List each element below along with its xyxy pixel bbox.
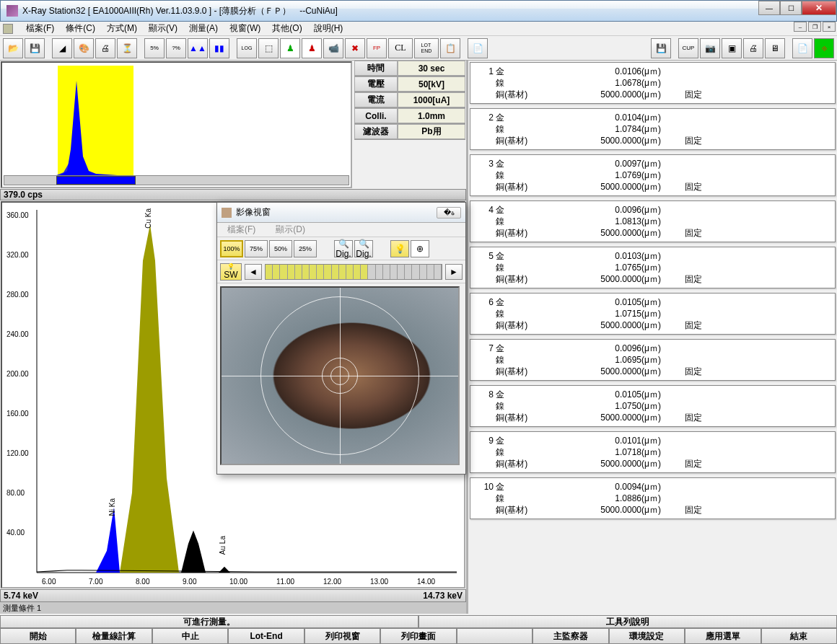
- cam2-icon[interactable]: ▣: [722, 38, 742, 58]
- level-right[interactable]: ►: [445, 264, 463, 280]
- result-box[interactable]: 3 金0.0097(μｍ) 鎳1.0769(μｍ) 銅(基材)5000.0000…: [470, 154, 836, 196]
- brightness-level[interactable]: [265, 264, 442, 280]
- mini-spectrum[interactable]: [1, 61, 352, 188]
- printer1-icon[interactable]: 🖨: [743, 38, 763, 58]
- mdi-restore[interactable]: ❐: [808, 22, 821, 32]
- minimize-button[interactable]: —: [758, 1, 780, 15]
- image-window-title: 影像視窗: [236, 206, 271, 219]
- image-file-menu[interactable]: 檔案(F): [222, 222, 261, 237]
- zoom-25[interactable]: 25%: [294, 240, 317, 257]
- results-panel[interactable]: 1 金0.0106(μｍ) 鎳1.0678(μｍ) 銅(基材)5000.0000…: [468, 61, 837, 614]
- result-fixed: 固定: [685, 273, 714, 285]
- lot-end-btn[interactable]: LOTEND: [414, 38, 439, 58]
- doc2-icon[interactable]: 📄: [792, 38, 812, 58]
- menu-item-5[interactable]: 視窗(W): [224, 21, 266, 36]
- zoom-50[interactable]: 50%: [269, 240, 292, 257]
- camera-view[interactable]: [220, 286, 460, 465]
- maximize-button[interactable]: ☐: [780, 1, 802, 15]
- bottom-btn-10[interactable]: 結束: [761, 628, 837, 644]
- lamp-button[interactable]: 💡: [390, 240, 409, 257]
- main-toolbar: 📂 💾 ◢ 🎨 🖨 ⏳ 5% ?% ▲▲ ▮▮ LOG ⬚ ♟ ♟ 📹 ✖ FP…: [0, 36, 837, 61]
- zoom-100[interactable]: 100%: [220, 240, 243, 257]
- open-icon[interactable]: 📂: [3, 38, 23, 58]
- cal-icon[interactable]: ⬚: [258, 38, 279, 58]
- image-window[interactable]: 影像視窗 �ة 檔案(F) 顯示(D) 100% 75% 50% 25% 🔍Di…: [216, 202, 466, 475]
- close-button[interactable]: ✕: [802, 1, 836, 15]
- log3-icon[interactable]: 📋: [440, 38, 460, 58]
- doc-icon[interactable]: 📄: [468, 38, 488, 58]
- bottom-btn-3[interactable]: Lot-End: [228, 628, 304, 644]
- menu-item-6[interactable]: 其他(O): [266, 21, 307, 36]
- menu-bar: 檔案(F)條件(C)方式(M)顯示(V)測量(A)視窗(W)其他(O)說明(H): [0, 22, 837, 36]
- result-fixed: [685, 400, 714, 412]
- spectrum-icon[interactable]: ▲▲: [188, 38, 208, 58]
- crosshair-button[interactable]: ⊕: [411, 240, 429, 257]
- result-name: 銅(基材): [494, 366, 573, 377]
- person-red-icon[interactable]: ♟: [302, 38, 322, 58]
- sw-button[interactable]: 💡SW: [220, 263, 242, 281]
- dig2-button[interactable]: 🔍Dig.: [354, 240, 373, 257]
- image-display-menu[interactable]: 顯示(D): [270, 222, 311, 237]
- result-line: 銅(基材)5000.0000(μｍ)固定: [476, 135, 829, 146]
- x-tick: 13.00: [370, 578, 388, 586]
- palette-icon[interactable]: 🎨: [74, 38, 94, 58]
- log-icon[interactable]: LOG: [237, 38, 257, 58]
- cl-btn[interactable]: CL: [388, 38, 413, 58]
- menu-item-0[interactable]: 檔案(F): [20, 21, 60, 36]
- menu-item-7[interactable]: 說明(H): [308, 21, 349, 36]
- print-icon[interactable]: 🖨: [95, 38, 115, 58]
- chart-x-icon[interactable]: ✖: [345, 38, 365, 58]
- result-box[interactable]: 8 金0.0105(μｍ) 鎳1.0750(μｍ) 銅(基材)5000.0000…: [470, 385, 836, 427]
- bottom-btn-8[interactable]: 環境設定: [609, 628, 685, 644]
- cam-icon[interactable]: 📹: [323, 38, 343, 58]
- peaks-icon[interactable]: ▮▮: [209, 38, 229, 58]
- bottom-btn-1[interactable]: 檢量線計算: [76, 628, 152, 644]
- result-box[interactable]: 6 金0.0105(μｍ) 鎳1.0715(μｍ) 銅(基材)5000.0000…: [470, 293, 836, 335]
- menu-item-4[interactable]: 測量(A): [183, 21, 224, 36]
- bottom-btn-4[interactable]: 列印視窗: [304, 628, 380, 644]
- result-box[interactable]: 10 金0.0094(μｍ) 鎳1.0886(μｍ) 銅(基材)5000.000…: [470, 477, 836, 519]
- printer2-icon[interactable]: 🖥: [765, 38, 785, 58]
- level-left[interactable]: ◄: [245, 264, 262, 280]
- percent5-icon[interactable]: 5%: [144, 38, 165, 58]
- result-box[interactable]: 7 金0.0096(μｍ) 鎳1.0695(μｍ) 銅(基材)5000.0000…: [470, 339, 836, 381]
- result-value: 5000.0000: [573, 458, 641, 469]
- mini-scroll-thumb[interactable]: [56, 176, 136, 185]
- save-green-icon[interactable]: 💾: [651, 38, 671, 58]
- param-label: 時間: [354, 61, 398, 76]
- menu-item-3[interactable]: 顯示(V): [143, 21, 183, 36]
- bottom-btn-0[interactable]: 開始: [0, 628, 76, 644]
- bottom-btn-5[interactable]: 列印畫面: [380, 628, 456, 644]
- cam1-icon[interactable]: 📷: [700, 38, 720, 58]
- result-box[interactable]: 1 金0.0106(μｍ) 鎳1.0678(μｍ) 銅(基材)5000.0000…: [470, 62, 836, 104]
- percent-q-icon[interactable]: ?%: [166, 38, 186, 58]
- menu-item-2[interactable]: 方式(M): [101, 21, 143, 36]
- mdi-minimize[interactable]: –: [794, 22, 807, 32]
- result-box[interactable]: 4 金0.0096(μｍ) 鎳1.0813(μｍ) 銅(基材)5000.0000…: [470, 200, 836, 242]
- exit-icon[interactable]: ⎆: [814, 38, 834, 58]
- bottom-btn-9[interactable]: 應用選單: [685, 628, 761, 644]
- y-tick: 120.00: [6, 449, 29, 457]
- bottom-btn-2[interactable]: 中止: [152, 628, 228, 644]
- fp-btn[interactable]: FP: [367, 38, 387, 58]
- zoom-75[interactable]: 75%: [245, 240, 268, 257]
- result-value: 5000.0000: [573, 89, 641, 100]
- erase-icon[interactable]: ◢: [52, 38, 72, 58]
- mdi-close[interactable]: ×: [823, 22, 836, 32]
- dig1-button[interactable]: 🔍Dig.: [334, 240, 353, 257]
- result-name: 銅(基材): [494, 227, 573, 239]
- cup-btn[interactable]: CUP: [678, 38, 698, 58]
- hourglass-icon[interactable]: ⏳: [117, 38, 137, 58]
- person-green-icon[interactable]: ♟: [280, 38, 300, 58]
- image-window-close[interactable]: �ة: [437, 207, 461, 219]
- mini-scrollbar[interactable]: [4, 175, 349, 185]
- image-window-titlebar[interactable]: 影像視窗 �ة: [217, 203, 465, 223]
- result-unit: (μｍ): [641, 354, 685, 366]
- peak-label-ni: Ni Ka: [108, 498, 116, 516]
- result-box[interactable]: 9 金0.0101(μｍ) 鎳1.0718(μｍ) 銅(基材)5000.0000…: [470, 431, 836, 473]
- save-icon[interactable]: 💾: [25, 38, 45, 58]
- bottom-btn-7[interactable]: 主監察器: [533, 628, 608, 644]
- menu-item-1[interactable]: 條件(C): [60, 21, 101, 36]
- result-box[interactable]: 2 金0.0104(μｍ) 鎳1.0784(μｍ) 銅(基材)5000.0000…: [470, 108, 836, 150]
- result-box[interactable]: 5 金0.0103(μｍ) 鎳1.0765(μｍ) 銅(基材)5000.0000…: [470, 247, 836, 288]
